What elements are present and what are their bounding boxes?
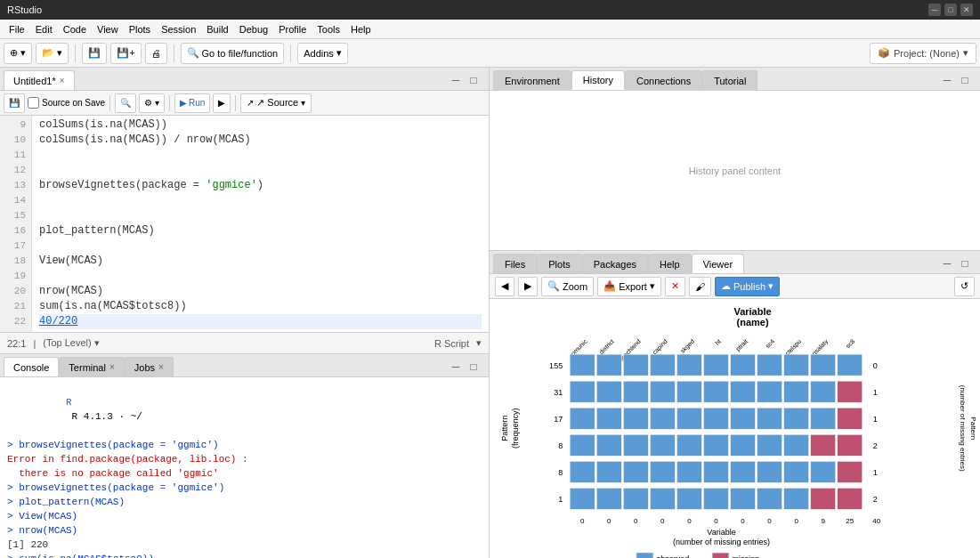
publish-button[interactable]: ☁ Publish ▾: [715, 277, 780, 296]
source-on-save-label[interactable]: Source on Save: [28, 97, 105, 109]
menu-profile[interactable]: Profile: [273, 22, 312, 36]
code-line-15: [39, 208, 482, 223]
menu-tools[interactable]: Tools: [312, 22, 345, 36]
run-button[interactable]: ▶ Run: [174, 93, 210, 113]
viewer-minimize-icon[interactable]: ─: [939, 255, 955, 271]
code-editor[interactable]: 9 10 11 12 13 14 15 16 17 18 19 20 21 22: [0, 116, 489, 332]
code-line-14: [39, 193, 482, 208]
cell-0-2: [623, 355, 648, 376]
search-code-button[interactable]: 🔍: [115, 93, 136, 113]
terminal-tab-close[interactable]: ×: [109, 362, 115, 372]
console-tab-console[interactable]: Console: [4, 357, 59, 376]
tab-connections[interactable]: Connections: [625, 70, 702, 90]
save-all-button[interactable]: 💾+: [110, 43, 141, 64]
viewer-tab-bar: Files Plots Packages Help Viewer ─ □: [490, 251, 980, 274]
menu-build[interactable]: Build: [201, 22, 233, 36]
svg-text:1: 1: [873, 469, 878, 478]
tab-environment[interactable]: Environment: [493, 70, 571, 90]
menu-code[interactable]: Code: [58, 22, 92, 36]
cell-1-9: [811, 382, 836, 403]
goto-file-button[interactable]: 🔍 Go to file/function: [181, 43, 285, 64]
env-minimize-icon[interactable]: ─: [939, 72, 955, 88]
publish-label: Publish: [733, 281, 765, 292]
save-button[interactable]: 💾: [82, 43, 107, 64]
x-val-4: 0: [687, 518, 692, 526]
console-tab-label: Console: [13, 362, 49, 373]
editor-tab-close[interactable]: ×: [60, 76, 65, 85]
console-content[interactable]: R R 4.1.3 · ~/ > browseVignettes(package…: [0, 377, 489, 558]
y-axis-label: Pattern: [500, 416, 509, 441]
cell-0-9: [811, 355, 836, 376]
viewer-back-button[interactable]: ◀: [495, 277, 514, 296]
editor-maximize-icon[interactable]: □: [466, 72, 482, 88]
cursor-position: 22:1: [7, 338, 26, 349]
console-cmd-5: > nrow(MCAS): [7, 523, 482, 538]
tab-tutorial[interactable]: Tutorial: [702, 70, 757, 90]
menu-file[interactable]: File: [4, 22, 30, 36]
editor-save-button[interactable]: 💾: [4, 93, 25, 113]
addins-button[interactable]: Addins ▾: [297, 43, 348, 64]
menu-session[interactable]: Session: [156, 22, 201, 36]
tab-plots[interactable]: Plots: [537, 254, 581, 273]
refresh-button[interactable]: ↺: [954, 277, 975, 296]
viewer-forward-button[interactable]: ▶: [518, 277, 538, 296]
clear-viewer-button[interactable]: ✕: [665, 277, 685, 296]
tab-viewer[interactable]: Viewer: [692, 254, 744, 273]
right-label-0: 0: [873, 362, 878, 371]
tab-packages[interactable]: Packages: [582, 254, 648, 273]
code-tools-button[interactable]: ⚙ ▾: [139, 93, 165, 113]
export-button[interactable]: 📥 Export ▾: [597, 277, 661, 296]
app-title: RStudio: [7, 4, 42, 15]
legend-missing-label: missing: [732, 554, 759, 558]
cell-1-2: [623, 382, 648, 403]
tab-help[interactable]: Help: [648, 254, 692, 273]
source-on-save-checkbox[interactable]: [28, 97, 39, 109]
menu-plots[interactable]: Plots: [124, 22, 156, 36]
source-label: ↗ Source: [256, 97, 298, 109]
svg-rect-24: [570, 462, 595, 483]
code-line-9: colSums(is.na(MCAS)): [39, 117, 482, 133]
env-panel-icons: ─ □: [935, 72, 976, 90]
col-header-3: capind: [652, 338, 669, 356]
menu-view[interactable]: View: [92, 22, 124, 36]
console-maximize-icon[interactable]: □: [466, 359, 482, 375]
code-line-11: [39, 148, 482, 163]
export-arrow-icon: ▾: [650, 280, 655, 292]
run-next-button[interactable]: ▶: [213, 93, 231, 113]
svg-text:2: 2: [873, 442, 878, 451]
editor-tab-untitled1[interactable]: Untitled1* ×: [4, 70, 75, 90]
tab-files[interactable]: Files: [493, 254, 537, 273]
menu-debug[interactable]: Debug: [234, 22, 273, 36]
print-button[interactable]: 🖨: [145, 43, 167, 64]
console-minimize-icon[interactable]: ─: [448, 359, 464, 375]
project-selector[interactable]: 📦 Project: (None) ▾: [870, 43, 976, 64]
new-file-button[interactable]: ⊕ ▾: [4, 43, 32, 64]
jobs-tab-close[interactable]: ×: [158, 362, 164, 372]
code-line-17: [39, 239, 482, 254]
editor-minimize-icon[interactable]: ─: [448, 72, 464, 88]
open-file-button[interactable]: 📂 ▾: [36, 43, 69, 64]
viewer-maximize-icon[interactable]: □: [957, 255, 973, 271]
svg-rect-32: [784, 462, 809, 483]
legend-observed-label: observed: [656, 554, 689, 558]
environment-tab-bar: Environment History Connections Tutorial…: [490, 68, 980, 91]
console-cmd-1: > browseVignettes(package = 'ggmic'): [7, 438, 482, 452]
minimize-button[interactable]: ─: [928, 4, 941, 16]
tab-history[interactable]: History: [571, 70, 625, 90]
console-tab-terminal[interactable]: Terminal ×: [59, 357, 124, 376]
code-line-21: sum(is.na(MCAS$totsc8)): [39, 299, 482, 314]
brush-button[interactable]: 🖌: [689, 277, 711, 296]
maximize-button[interactable]: □: [944, 4, 957, 16]
cell-0-0: [570, 355, 595, 376]
menu-help[interactable]: Help: [345, 22, 377, 36]
zoom-button[interactable]: 🔍 Zoom: [541, 277, 594, 296]
source-button[interactable]: ↗ ↗ Source ▾: [240, 93, 312, 113]
code-content: colSums(is.na(MCAS)) colSums(is.na(MCAS)…: [32, 116, 489, 332]
menu-edit[interactable]: Edit: [30, 22, 58, 36]
window-controls[interactable]: ─ □ ✕: [928, 4, 973, 16]
env-maximize-icon[interactable]: □: [957, 72, 973, 88]
console-tab-jobs[interactable]: Jobs ×: [125, 357, 174, 376]
svg-rect-18: [730, 435, 755, 457]
svg-text:1: 1: [873, 416, 878, 425]
close-button[interactable]: ✕: [960, 4, 973, 16]
